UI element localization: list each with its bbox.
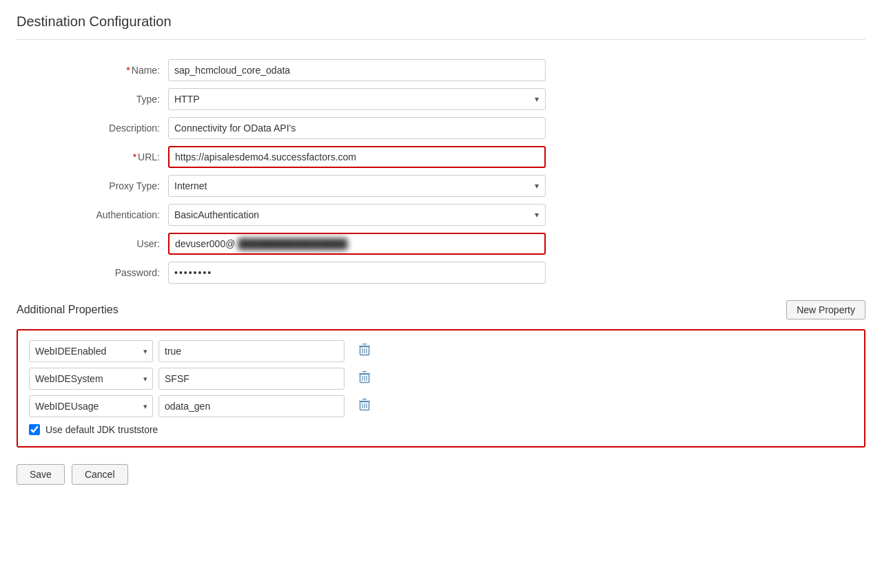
new-property-button[interactable]: New Property (786, 300, 865, 319)
password-row: Password: (17, 262, 865, 284)
svg-rect-13 (362, 399, 367, 400)
description-input[interactable] (168, 117, 546, 139)
additional-properties-header: Additional Properties New Property (17, 300, 865, 319)
prop-key-select-1[interactable]: WebIDEEnabled WebIDESystem WebIDEUsage W… (29, 340, 153, 362)
proxy-type-row: Proxy Type: Internet OnPremise ▾ (17, 175, 865, 197)
prop-key-select-wrapper-1: WebIDEEnabled WebIDESystem WebIDEUsage W… (29, 340, 153, 362)
type-label: Type: (17, 94, 168, 105)
user-blurred-text: ████████████████ (235, 238, 350, 249)
name-input[interactable] (168, 59, 546, 81)
type-row: Type: HTTP RFC LDAP MAIL ▾ (17, 88, 865, 110)
cancel-button[interactable]: Cancel (72, 464, 128, 485)
url-row: *URL: (17, 146, 865, 168)
svg-rect-7 (362, 371, 367, 372)
prop-key-select-2[interactable]: WebIDEEnabled WebIDESystem WebIDEUsage W… (29, 368, 153, 390)
truststore-checkbox[interactable] (29, 424, 40, 435)
name-row: *Name: (17, 59, 865, 81)
proxy-type-label: Proxy Type: (17, 180, 168, 191)
delete-property-button-3[interactable] (354, 397, 375, 417)
property-row-2: WebIDEEnabled WebIDESystem WebIDEUsage W… (29, 368, 853, 390)
password-input[interactable] (168, 262, 546, 284)
prop-key-select-wrapper-3: WebIDEEnabled WebIDESystem WebIDEUsage W… (29, 395, 153, 417)
prop-value-input-3[interactable] (158, 395, 345, 417)
truststore-label: Use default JDK truststore (45, 424, 158, 435)
svg-rect-1 (362, 344, 367, 345)
delete-property-button-1[interactable] (354, 342, 375, 361)
truststore-row: Use default JDK truststore (29, 424, 853, 435)
url-required-star: * (133, 151, 136, 162)
user-prefix: devuser000@ (170, 238, 235, 249)
action-buttons: Save Cancel (17, 464, 865, 485)
user-label: User: (17, 238, 168, 249)
delete-property-button-2[interactable] (354, 369, 375, 389)
page-title: Destination Configuration (17, 14, 865, 40)
prop-key-select-3[interactable]: WebIDEEnabled WebIDESystem WebIDEUsage W… (29, 395, 153, 417)
password-label: Password: (17, 267, 168, 278)
description-label: Description: (17, 123, 168, 134)
user-input-wrapper: devuser000@ ████████████████ (168, 233, 546, 255)
proxy-type-select-wrapper: Internet OnPremise ▾ (168, 175, 546, 197)
description-row: Description: (17, 117, 865, 139)
save-button[interactable]: Save (17, 464, 65, 485)
name-label: *Name: (17, 65, 168, 76)
user-row: User: devuser000@ ████████████████ (17, 233, 865, 255)
authentication-select[interactable]: BasicAuthentication NoAuthentication OAu… (168, 204, 546, 226)
additional-properties-title: Additional Properties (17, 304, 119, 316)
name-required-star: * (126, 65, 130, 76)
additional-properties-box: WebIDEEnabled WebIDESystem WebIDEUsage W… (17, 329, 865, 448)
type-select[interactable]: HTTP RFC LDAP MAIL (168, 88, 546, 110)
authentication-row: Authentication: BasicAuthentication NoAu… (17, 204, 865, 226)
url-input[interactable] (168, 146, 546, 168)
property-row-1: WebIDEEnabled WebIDESystem WebIDEUsage W… (29, 340, 853, 362)
proxy-type-select[interactable]: Internet OnPremise (168, 175, 546, 197)
authentication-label: Authentication: (17, 209, 168, 220)
destination-form: *Name: Type: HTTP RFC LDAP MAIL ▾ Descri… (17, 59, 865, 284)
prop-value-input-1[interactable] (158, 340, 345, 362)
prop-key-select-wrapper-2: WebIDEEnabled WebIDESystem WebIDEUsage W… (29, 368, 153, 390)
prop-value-input-2[interactable] (158, 368, 345, 390)
type-select-wrapper: HTTP RFC LDAP MAIL ▾ (168, 88, 546, 110)
authentication-select-wrapper: BasicAuthentication NoAuthentication OAu… (168, 204, 546, 226)
property-row-3: WebIDEEnabled WebIDESystem WebIDEUsage W… (29, 395, 853, 417)
url-label: *URL: (17, 151, 168, 162)
